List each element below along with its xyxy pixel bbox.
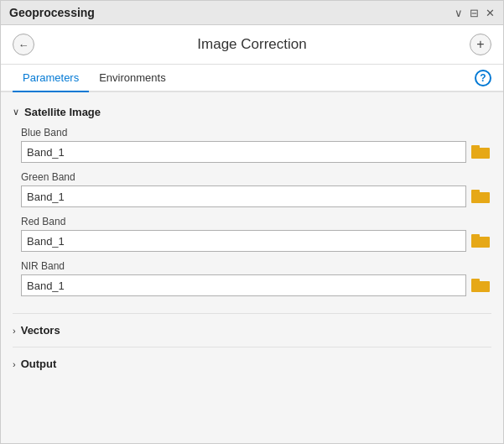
blue-band-label: Blue Band [21,127,491,138]
green-band-input[interactable] [21,185,466,207]
output-section: › Output [13,347,491,380]
folder-icon [471,145,490,159]
red-band-group: Red Band [21,216,491,252]
satellite-image-section: ∨ Satellite Image Blue Band Green B [13,101,491,313]
green-band-row [21,185,491,207]
blue-band-row [21,141,491,163]
close-icon[interactable]: ✕ [486,7,495,19]
pin-icon[interactable]: ⊟ [470,7,479,19]
tab-parameters[interactable]: Parameters [13,65,89,92]
tab-environments[interactable]: Environments [89,65,175,92]
back-arrow-icon: ← [18,39,29,51]
vectors-header[interactable]: › Vectors [13,319,491,342]
chevron-down-icon[interactable]: ∨ [455,7,463,19]
folder-icon [471,190,490,203]
green-band-label: Green Band [21,171,491,183]
nir-band-label: NIR Band [21,260,491,272]
satellite-image-chevron: ∨ [13,107,19,118]
vectors-title: Vectors [21,324,60,337]
back-button[interactable]: ← [13,34,34,55]
nir-band-input[interactable] [21,274,466,296]
geoprocessing-panel: Geoprocessing ∨ ⊟ ✕ ← Image Correction +… [0,0,504,444]
add-favorite-button[interactable]: + [470,34,491,55]
folder-icon [471,234,490,248]
red-band-label: Red Band [21,216,491,227]
vectors-section: › Vectors [13,313,491,347]
satellite-image-body: Blue Band Green Band [13,123,491,313]
tool-title: Image Correction [197,36,306,53]
title-bar: Geoprocessing ∨ ⊟ ✕ [1,1,503,25]
red-band-row [21,230,491,252]
help-button[interactable]: ? [475,70,491,86]
plus-icon: + [476,37,484,52]
blue-band-group: Blue Band [21,127,491,163]
tabs-row: Parameters Environments ? [1,65,503,92]
tool-header: ← Image Correction + [1,25,503,65]
blue-band-folder-button[interactable] [470,141,491,163]
content-area: ∨ Satellite Image Blue Band Green B [1,92,503,443]
output-title: Output [21,358,57,370]
nir-band-folder-button[interactable] [470,274,491,296]
green-band-group: Green Band [21,171,491,207]
title-bar-controls: ∨ ⊟ ✕ [455,7,495,19]
output-chevron: › [13,359,16,369]
output-header[interactable]: › Output [13,353,491,375]
nir-band-group: NIR Band [21,260,491,296]
nir-band-row [21,274,491,296]
red-band-folder-button[interactable] [470,230,491,252]
folder-icon [471,279,490,292]
panel-title: Geoprocessing [9,6,95,19]
red-band-input[interactable] [21,230,466,252]
satellite-image-title: Satellite Image [24,106,101,118]
satellite-image-header[interactable]: ∨ Satellite Image [13,101,491,123]
blue-band-input[interactable] [21,141,466,163]
tabs-container: Parameters Environments [13,65,176,91]
green-band-folder-button[interactable] [470,185,491,207]
vectors-chevron: › [13,326,16,336]
